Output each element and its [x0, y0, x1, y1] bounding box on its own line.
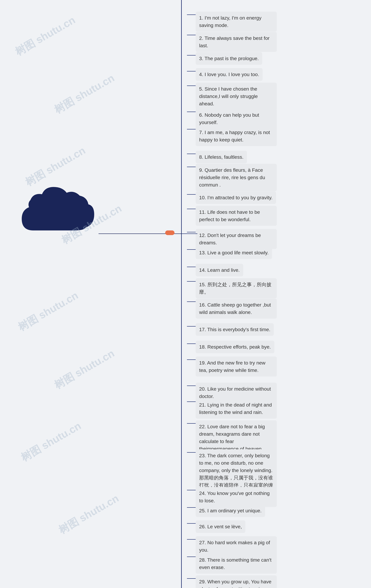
node-item-13: 13. Live a good life meet slowly. — [187, 246, 272, 259]
node-item-5: 5. Since I have chosen the distance,I wi… — [187, 83, 277, 110]
center-label — [165, 231, 174, 235]
node-line-27 — [187, 539, 196, 540]
node-box-12: 12. Don't let your dreams be dreams. — [196, 229, 277, 249]
node-box-3: 3. The past is the prologue. — [196, 52, 262, 65]
node-box-4: 4. I love you. I love you too. — [196, 68, 263, 81]
node-line-9 — [187, 167, 196, 167]
node-line-21 — [187, 401, 196, 402]
node-box-14: 14. Learn and live. — [196, 264, 243, 276]
node-item-15: 15. 所到之处，所见之事，所向披靡。 — [187, 278, 277, 298]
node-line-28 — [187, 556, 196, 557]
node-item-4: 4. I love you. I love you too. — [187, 68, 263, 81]
node-box-5: 5. Since I have chosen the distance,I wi… — [196, 83, 277, 110]
node-item-19: 19. And the new fire to try new tea, poe… — [187, 357, 277, 377]
node-box-7: 7. I am me, a happy crazy, is not happy … — [196, 126, 277, 146]
node-item-1: 1. I'm not lazy, I'm on energy saving mo… — [187, 11, 277, 32]
node-line-5 — [187, 85, 196, 86]
watermark-1: 树图 shutu.cn — [13, 13, 78, 59]
node-item-21: 21. Lying in the dead of night and liste… — [187, 399, 277, 419]
node-item-12: 12. Don't let your dreams be dreams. — [187, 229, 277, 249]
node-item-3: 3. The past is the prologue. — [187, 52, 262, 65]
node-box-10: 10. I'm attracted to you by gravity. — [196, 191, 276, 204]
node-item-24: 24. You know you've got nothing to lose. — [187, 487, 277, 507]
node-box-21: 21. Lying in the dead of night and liste… — [196, 399, 277, 419]
node-box-6: 6. Nobody can help you but yourself. — [196, 109, 277, 129]
node-box-16: 16. Cattle sheep go together ,but wild a… — [196, 299, 277, 319]
node-line-24 — [187, 490, 196, 490]
node-line-29 — [187, 578, 196, 579]
main-vertical-line — [181, 0, 182, 588]
node-box-18: 18. Respective efforts, peak bye. — [196, 341, 274, 353]
center-label-connector — [181, 233, 197, 234]
node-box-29: 29. When you grow up, You have plenty of… — [196, 575, 277, 588]
watermark-7: 树图 shutu.cn — [18, 419, 84, 464]
node-box-17: 17. This is everybody's first time. — [196, 323, 274, 336]
node-item-17: 17. This is everybody's first time. — [187, 323, 274, 336]
node-box-1: 1. I'm not lazy, I'm on energy saving mo… — [196, 11, 277, 32]
node-line-10 — [187, 194, 196, 195]
node-box-2: 2. Time always save the best for last. — [196, 32, 277, 52]
node-line-3 — [187, 55, 196, 55]
node-line-2 — [187, 35, 196, 35]
node-box-28: 28. There is something time can't even e… — [196, 554, 277, 574]
node-line-16 — [187, 302, 196, 302]
node-line-22 — [187, 423, 196, 424]
node-box-26: 26. Le vent se lève, — [196, 520, 245, 533]
node-item-25: 25. I am ordinary yet unique. — [187, 504, 265, 517]
node-item-18: 18. Respective efforts, peak bye. — [187, 341, 274, 353]
node-item-14: 14. Learn and live. — [187, 264, 243, 276]
node-box-19: 19. And the new fire to try new tea, poe… — [196, 357, 277, 377]
node-box-11: 11. Life does not have to be perfect to … — [196, 206, 277, 226]
node-item-28: 28. There is something time can't even e… — [187, 554, 277, 574]
node-line-4 — [187, 71, 196, 72]
node-item-10: 10. I'm attracted to you by gravity. — [187, 191, 276, 204]
node-box-13: 13. Live a good life meet slowly. — [196, 246, 272, 259]
watermark-5: 树图 shutu.cn — [15, 288, 81, 334]
node-line-19 — [187, 359, 196, 360]
node-item-11: 11. Life does not have to be perfect to … — [187, 206, 277, 226]
node-item-8: 8. Lifeless, faultless. — [187, 151, 247, 163]
node-item-2: 2. Time always save the best for last. — [187, 32, 277, 52]
node-box-8: 8. Lifeless, faultless. — [196, 151, 247, 163]
node-line-17 — [187, 326, 196, 326]
watermark-6: 树图 shutu.cn — [52, 346, 117, 392]
node-box-25: 25. I am ordinary yet unique. — [196, 504, 265, 517]
node-item-7: 7. I am me, a happy crazy, is not happy … — [187, 126, 277, 146]
node-line-11 — [187, 209, 196, 209]
node-line-23 — [187, 452, 196, 453]
node-line-15 — [187, 281, 196, 282]
watermark-8: 树图 shutu.cn — [56, 491, 121, 537]
node-line-25 — [187, 507, 196, 508]
node-item-29: 29. When you grow up, You have plenty of… — [187, 575, 277, 588]
watermark-2: 树图 shutu.cn — [52, 71, 117, 117]
node-line-8 — [187, 154, 196, 154]
node-item-9: 9. Quartier des fleurs, à Face résiduell… — [187, 164, 277, 191]
node-item-27: 27. No hard work makes a pig of you. — [187, 536, 277, 556]
node-line-7 — [187, 129, 196, 129]
node-item-16: 16. Cattle sheep go together ,but wild a… — [187, 299, 277, 319]
cloud-node — [11, 174, 98, 243]
node-line-18 — [187, 344, 196, 344]
node-item-26: 26. Le vent se lève, — [187, 520, 245, 533]
node-box-27: 27. No hard work makes a pig of you. — [196, 536, 277, 556]
node-box-9: 9. Quartier des fleurs, à Face résiduell… — [196, 164, 277, 191]
node-item-6: 6. Nobody can help you but yourself. — [187, 109, 277, 129]
node-line-1 — [187, 14, 196, 15]
node-line-6 — [187, 112, 196, 112]
node-line-26 — [187, 523, 196, 524]
node-line-14 — [187, 267, 196, 267]
node-box-24: 24. You know you've got nothing to lose. — [196, 487, 277, 507]
node-line-20 — [187, 386, 196, 386]
node-line-12 — [187, 232, 196, 232]
node-line-13 — [187, 249, 196, 250]
node-box-15: 15. 所到之处，所见之事，所向披靡。 — [196, 278, 277, 298]
